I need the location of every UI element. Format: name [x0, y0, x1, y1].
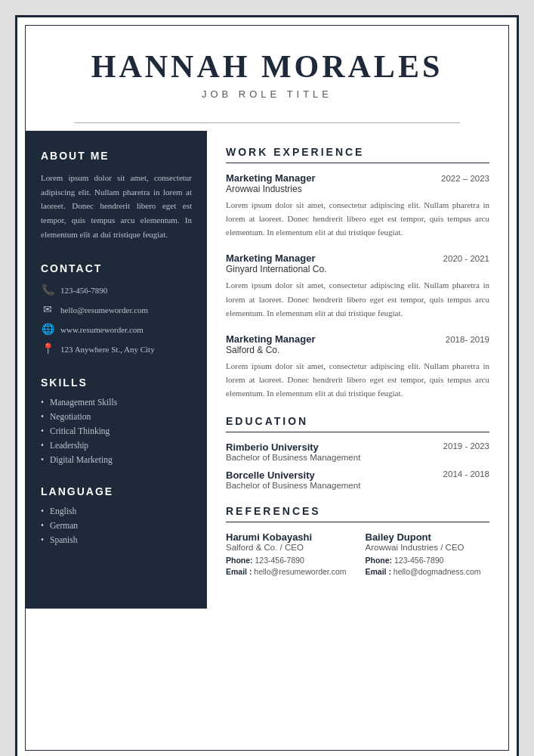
candidate-name: HANNAH MORALES — [41, 48, 493, 85]
globe-icon: 🌐 — [41, 323, 54, 336]
contact-phone-item: 📞 123-456-7890 — [41, 284, 192, 296]
skill-item: Critical Thinking — [41, 426, 192, 435]
skills-title: SKILLS — [41, 376, 192, 389]
references-title: REFERENCES — [226, 505, 489, 517]
job-title-text: Marketing Manager — [226, 253, 315, 264]
jobs-container: Marketing Manager 2022 – 2023 Arowwai In… — [226, 172, 489, 400]
work-experience-title: WORK EXPERIENCE — [226, 146, 489, 158]
references-section: REFERENCES Harumi Kobayashi Salford & Co… — [226, 505, 489, 578]
skill-item: Leadership — [41, 441, 192, 450]
contact-title: CONTACT — [41, 262, 192, 274]
job-description: Lorem ipsum dolor sit amet, consectetur … — [226, 359, 489, 400]
language-title: LANGUAGE — [41, 485, 192, 497]
edu-dates: 2014 - 2018 — [443, 469, 489, 479]
job-title-text: Marketing Manager — [226, 333, 315, 345]
skills-list: Management SkillsNegotiationCritical Thi… — [41, 398, 192, 464]
about-section: ABOUT ME Lorem ipsum dolor sit amet, con… — [41, 150, 192, 241]
ref-name: Bailey Dupont — [366, 531, 490, 543]
contact-address-item: 📍 123 Anywhere St., Any City — [41, 342, 192, 355]
contact-website-item: 🌐 www.resumeworder.com — [41, 323, 192, 336]
job-entry: Marketing Manager 2020 - 2021 Ginyard In… — [226, 253, 489, 319]
contact-email-item: ✉ hello@resumeworder.com — [41, 303, 192, 316]
language-list: EnglishGermanSpanish — [41, 507, 192, 544]
work-experience-section: WORK EXPERIENCE Marketing Manager 2022 –… — [226, 146, 489, 400]
phone-icon: 📞 — [41, 284, 54, 296]
language-item: English — [41, 507, 192, 516]
skills-section: SKILLS Management SkillsNegotiationCriti… — [41, 376, 192, 464]
edu-school: Borcelle University — [226, 469, 360, 481]
resume-inner: HANNAH MORALES JOB ROLE TITLE ABOUT ME L… — [25, 25, 509, 751]
ref-company: Salford & Co. / CEO — [226, 543, 350, 552]
skill-item: Digital Marketing — [41, 455, 192, 464]
edu-container: Rimberio University Bachelor of Business… — [226, 442, 489, 490]
job-company: Ginyard International Co. — [226, 264, 489, 274]
contact-phone: 123-456-7890 — [60, 286, 107, 295]
work-experience-rule — [226, 163, 489, 163]
resume-wrapper: HANNAH MORALES JOB ROLE TITLE ABOUT ME L… — [15, 15, 519, 756]
job-title: JOB ROLE TITLE — [41, 88, 493, 100]
about-text: Lorem ipsum dolor sit amet, consectetur … — [41, 171, 192, 241]
job-description: Lorem ipsum dolor sit amet, consectetur … — [226, 198, 489, 239]
header-divider — [74, 122, 460, 123]
ref-entry: Bailey Dupont Arowwai Industries / CEO P… — [366, 531, 490, 578]
skill-item: Management Skills — [41, 398, 192, 407]
main-content: WORK EXPERIENCE Marketing Manager 2022 –… — [207, 131, 508, 609]
language-section: LANGUAGE EnglishGermanSpanish — [41, 485, 192, 544]
ref-phone: Phone: 123-456-7890 — [366, 556, 490, 565]
references-rule — [226, 522, 489, 522]
job-dates: 2018- 2019 — [446, 335, 489, 344]
edu-degree: Bachelor of Business Management — [226, 453, 360, 462]
job-entry: Marketing Manager 2022 – 2023 Arowwai In… — [226, 172, 489, 239]
job-dates: 2022 – 2023 — [441, 174, 489, 183]
ref-email: Email : hello@resumeworder.com — [226, 567, 350, 576]
education-section: EDUCATION Rimberio University Bachelor o… — [226, 415, 489, 490]
contact-email: hello@resumeworder.com — [60, 305, 148, 314]
language-item: Spanish — [41, 535, 192, 544]
contact-website: www.resumeworder.com — [60, 325, 144, 334]
resume-header: HANNAH MORALES JOB ROLE TITLE — [26, 26, 508, 115]
sidebar: ABOUT ME Lorem ipsum dolor sit amet, con… — [26, 131, 207, 609]
skill-item: Negotiation — [41, 412, 192, 421]
ref-company: Arowwai Industries / CEO — [366, 543, 490, 552]
education-rule — [226, 432, 489, 432]
resume-body: ABOUT ME Lorem ipsum dolor sit amet, con… — [26, 131, 508, 609]
ref-email: Email : hello@dogmadness.com — [366, 567, 490, 576]
language-item: German — [41, 521, 192, 530]
ref-phone: Phone: 123-456-7890 — [226, 556, 350, 565]
refs-container: Harumi Kobayashi Salford & Co. / CEO Pho… — [226, 531, 489, 578]
job-description: Lorem ipsum dolor sit amet, consectetur … — [226, 278, 489, 319]
location-icon: 📍 — [41, 342, 54, 355]
job-title-text: Marketing Manager — [226, 172, 315, 184]
job-dates: 2020 - 2021 — [443, 254, 489, 263]
job-company: Salford & Co. — [226, 345, 489, 355]
edu-entry: Borcelle University Bachelor of Business… — [226, 469, 489, 490]
about-title: ABOUT ME — [41, 150, 192, 162]
ref-entry: Harumi Kobayashi Salford & Co. / CEO Pho… — [226, 531, 350, 578]
edu-school: Rimberio University — [226, 442, 360, 453]
education-title: EDUCATION — [226, 415, 489, 427]
job-company: Arowwai Industries — [226, 184, 489, 194]
contact-section: CONTACT 📞 123-456-7890 ✉ hello@resumewor… — [41, 262, 192, 355]
edu-dates: 2019 - 2023 — [443, 442, 489, 451]
edu-degree: Bachelor of Business Management — [226, 481, 360, 490]
email-icon: ✉ — [41, 303, 54, 316]
job-entry: Marketing Manager 2018- 2019 Salford & C… — [226, 333, 489, 400]
contact-address: 123 Anywhere St., Any City — [60, 345, 155, 354]
edu-entry: Rimberio University Bachelor of Business… — [226, 442, 489, 462]
ref-name: Harumi Kobayashi — [226, 531, 350, 543]
